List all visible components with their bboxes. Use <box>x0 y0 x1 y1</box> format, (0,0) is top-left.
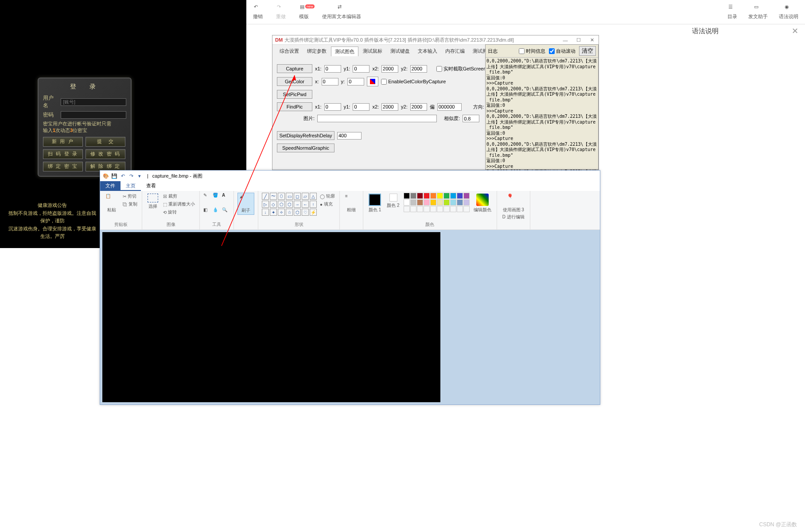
findpic-x1-input[interactable] <box>324 103 341 111</box>
rotate-button[interactable]: ⟲旋转 <box>162 209 196 216</box>
close-icon[interactable]: ✕ <box>792 26 798 36</box>
zoom-tool-icon[interactable]: 🔍 <box>222 207 230 212</box>
dm-tab-general[interactable]: 综合设置 <box>276 47 303 56</box>
color-swatch-empty[interactable] <box>417 206 423 212</box>
capture-button[interactable]: Capture <box>277 64 312 73</box>
color-swatch-empty[interactable] <box>430 206 436 212</box>
getcolor-y-input[interactable] <box>347 78 364 85</box>
color-swatch[interactable] <box>443 199 450 206</box>
color-swatch[interactable] <box>410 199 416 206</box>
color-swatch-empty[interactable] <box>437 206 443 212</box>
log-time-checkbox[interactable]: 时间信息 <box>519 48 545 54</box>
setdisplay-button[interactable]: SetDisplayRefreshDelay <box>277 131 334 140</box>
template-button[interactable]: ▤new模版 <box>299 4 309 20</box>
bind-secure-button[interactable]: 绑 定 密 宝 <box>43 162 83 171</box>
assistant-button[interactable]: ▭发文助手 <box>748 4 768 20</box>
copy-button[interactable]: ⿻复制 <box>122 201 138 208</box>
capture-x2-input[interactable] <box>381 65 398 73</box>
paint-tab-view[interactable]: 查看 <box>141 181 161 191</box>
paint-titlebar[interactable]: 🎨 💾 ↶ ↷ ▾ | capture_file.bmp - 画图 <box>100 171 600 181</box>
select-button[interactable]: 选择 <box>146 193 160 210</box>
dm-tab-text[interactable]: 文本输入 <box>414 47 441 56</box>
getcolor-x-input[interactable] <box>322 78 338 85</box>
dm-tab-memory[interactable]: 内存汇编 <box>442 47 468 56</box>
redo-button[interactable]: ↷重做 <box>276 4 286 20</box>
findpic-path-input[interactable] <box>317 115 437 122</box>
color-swatch[interactable] <box>457 193 463 199</box>
paint-tab-home[interactable]: 主页 <box>121 181 141 191</box>
color-swatch[interactable] <box>437 199 443 206</box>
paint3d-button[interactable]: 🎈使用画图 3D 进行编辑 <box>501 193 526 221</box>
save-icon[interactable]: 💾 <box>111 172 118 179</box>
password-input[interactable] <box>61 111 126 119</box>
speednormal-button[interactable]: SpeedNormalGraphic <box>277 144 334 152</box>
log-clear-button[interactable]: 清空 <box>579 46 596 56</box>
color-swatch[interactable] <box>463 193 470 199</box>
color-picker-icon[interactable] <box>367 77 378 86</box>
fill-tool-icon[interactable]: 🪣 <box>213 193 221 198</box>
enable-getcolor-checkbox[interactable]: EnableGetColorByCapture <box>381 79 446 85</box>
cut-button[interactable]: ✂剪切 <box>122 193 138 200</box>
findpic-x2-input[interactable] <box>381 103 398 111</box>
submit-button[interactable]: 提 交 <box>86 137 125 147</box>
findpic-similarity-input[interactable] <box>463 115 479 122</box>
minimize-icon[interactable]: — <box>559 35 572 45</box>
dm-tab-keyboard[interactable]: 测试键盘 <box>387 47 413 56</box>
findpic-y2-input[interactable] <box>410 103 427 111</box>
color-swatch[interactable] <box>450 193 456 199</box>
color-swatch[interactable] <box>457 199 463 206</box>
color-swatch[interactable] <box>443 193 450 199</box>
picker-tool-icon[interactable]: 💧 <box>213 207 221 212</box>
color-swatch[interactable] <box>450 199 456 206</box>
color-swatch[interactable] <box>463 199 470 206</box>
paint-tab-file[interactable]: 文件 <box>100 181 121 191</box>
text-tool-icon[interactable]: A <box>222 193 230 198</box>
shapes-gallery[interactable]: ╱〜⬯▭◻▱△ ▷◇⬠⬡→←↑ ↓✦✧☆⬡♡⚡ <box>262 193 317 216</box>
color-swatch[interactable] <box>424 199 430 206</box>
color-swatch[interactable] <box>410 193 416 199</box>
paste-button[interactable]: 📋粘贴 <box>104 193 120 214</box>
crop-button[interactable]: ☒裁剪 <box>162 193 196 200</box>
capture-y1-input[interactable] <box>353 65 369 73</box>
new-user-button[interactable]: 新 用 户 <box>43 137 83 147</box>
color-swatch-empty[interactable] <box>457 206 463 212</box>
color-swatch[interactable] <box>430 199 436 206</box>
thickness-button[interactable]: ≡粗细 <box>343 193 359 214</box>
color-swatch-empty[interactable] <box>443 206 450 212</box>
capture-y2-input[interactable] <box>410 65 427 73</box>
color-swatch-empty[interactable] <box>404 206 410 212</box>
color-swatch[interactable] <box>417 193 423 199</box>
findpic-y1-input[interactable] <box>353 103 369 111</box>
color-swatch[interactable] <box>404 199 410 206</box>
undo-icon[interactable]: ↶ <box>119 172 126 179</box>
color-swatch-empty[interactable] <box>410 206 416 212</box>
getcolor-button[interactable]: GetColor <box>277 77 312 86</box>
brush-button[interactable]: 🖌刷子 <box>237 193 254 215</box>
username-input[interactable] <box>61 98 126 106</box>
log-autoscroll-checkbox[interactable]: 自动滚动 <box>549 48 576 54</box>
color-swatch-empty[interactable] <box>424 206 430 212</box>
maximize-icon[interactable]: ☐ <box>572 35 585 45</box>
toc-button[interactable]: ☰目录 <box>727 4 737 20</box>
eraser-tool-icon[interactable]: ◧ <box>203 207 211 212</box>
color-swatch-empty[interactable] <box>450 206 456 212</box>
pencil-tool-icon[interactable]: ✎ <box>203 193 211 198</box>
color-palette[interactable] <box>404 193 470 212</box>
color-swatch[interactable] <box>417 199 423 206</box>
close-icon[interactable]: ✕ <box>585 35 599 45</box>
color1-button[interactable]: 颜色 1 <box>367 193 383 214</box>
color-swatch[interactable] <box>430 193 436 199</box>
dm-tab-bind[interactable]: 绑定参数 <box>303 47 330 56</box>
color2-button[interactable]: 颜色 2 <box>385 193 401 210</box>
findpic-offset-input[interactable] <box>437 103 462 111</box>
color-swatch[interactable] <box>404 193 410 199</box>
resize-button[interactable]: ⬚重新调整大小 <box>162 201 196 208</box>
paint-canvas-area[interactable]: 登 录 用户名 密码 密宝用户在进行帐号验证时只需输入1次动态3位密宝 新 用 … <box>100 230 600 404</box>
change-password-button[interactable]: 修 改 密 码 <box>86 149 125 159</box>
paint-canvas[interactable]: 登 录 用户名 密码 密宝用户在进行帐号验证时只需输入1次动态3位密宝 新 用 … <box>102 232 440 402</box>
syntax-button[interactable]: ◉语法说明 <box>779 4 798 20</box>
color-swatch[interactable] <box>424 193 430 199</box>
display-delay-input[interactable] <box>337 132 362 140</box>
color-swatch[interactable] <box>437 193 443 199</box>
redo-icon[interactable]: ↷ <box>128 172 135 179</box>
